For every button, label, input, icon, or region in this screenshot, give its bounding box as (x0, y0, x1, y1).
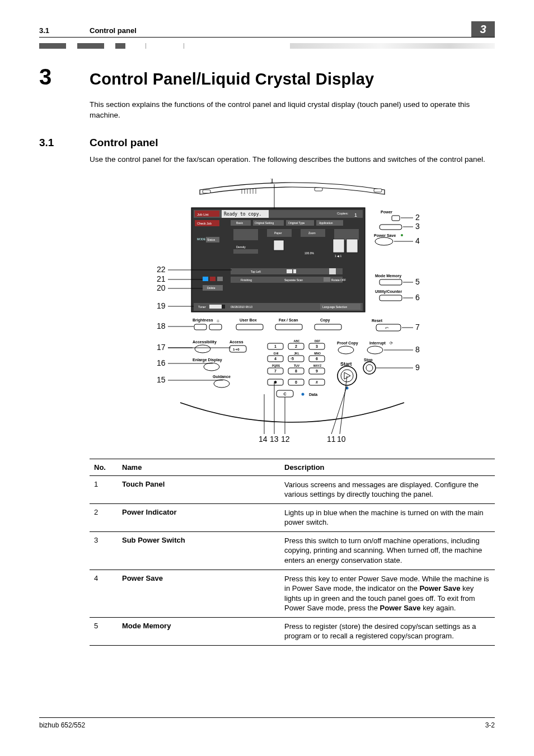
decorative-ruler (39, 43, 495, 49)
svg-rect-48 (203, 277, 208, 281)
svg-text:Application: Application (319, 221, 333, 225)
svg-text:Toner: Toner (198, 305, 206, 309)
svg-text:1: 1 (274, 344, 277, 348)
svg-text:Power Save: Power Save (374, 234, 396, 237)
svg-text:2: 2 (415, 213, 420, 222)
svg-text:Top Left: Top Left (251, 270, 261, 273)
svg-text:Access: Access (229, 340, 243, 344)
svg-text:Utility/Counter: Utility/Counter (375, 290, 402, 294)
svg-text:Zoom: Zoom (308, 231, 316, 235)
svg-text:3: 3 (316, 344, 318, 348)
svg-text:TUV: TUV (294, 364, 300, 367)
svg-text:Copies:: Copies: (337, 212, 349, 215)
svg-text:1: 1 (354, 212, 357, 218)
svg-text:15: 15 (157, 375, 166, 384)
footer-right: 3-2 (485, 721, 495, 729)
page-footer: bizhub 652/552 3-2 (39, 717, 495, 729)
svg-text:Finishing: Finishing (241, 278, 252, 282)
svg-text:Enlarge Display: Enlarge Display (193, 358, 222, 362)
running-header: 3.1 Control panel 3 (39, 19, 495, 38)
th-desc: Description (280, 459, 495, 475)
table-row: 2 Power Indicator Lights up in blue when… (90, 503, 495, 531)
control-panel-diagram: Job List Ready to copy. Copies: 1 Check … (147, 179, 438, 442)
svg-text:10: 10 (337, 435, 346, 442)
svg-text:20: 20 (157, 283, 166, 292)
svg-point-80 (367, 346, 383, 354)
svg-rect-6 (203, 190, 210, 193)
control-panel-table: No. Name Description 1 Touch Panel Vario… (90, 459, 495, 646)
header-section-title: Control panel (90, 26, 471, 35)
svg-text:Basic: Basic (236, 221, 243, 225)
power-save-desc: Press this key to enter Power Save mode.… (280, 570, 495, 617)
svg-text:Copy: Copy (320, 318, 330, 323)
svg-text:Ready to copy.: Ready to copy. (224, 212, 261, 217)
svg-point-83 (366, 365, 373, 371)
svg-text:Check Job: Check Job (197, 222, 212, 225)
svg-text:4: 4 (415, 236, 420, 245)
table-row: 5 Mode Memory Press to register (store) … (90, 617, 495, 645)
table-row: 3 Sub Power Switch Press this switch to … (90, 531, 495, 570)
svg-rect-30 (233, 229, 258, 240)
svg-rect-74 (380, 295, 402, 301)
svg-text:7: 7 (274, 369, 277, 373)
svg-text:#: # (316, 380, 318, 384)
svg-rect-61 (209, 305, 222, 309)
table-row: 4 Power Save Press this key to enter Pow… (90, 570, 495, 617)
chapter-intro: This section explains the functions of t… (90, 100, 495, 121)
chapter-heading: 3 Control Panel/Liquid Crystal Display (39, 64, 495, 90)
svg-text:·5: ·5 (291, 357, 294, 361)
svg-rect-47 (329, 268, 336, 274)
svg-point-69 (401, 234, 403, 236)
section-text: Use the control panel for the fax/scan o… (90, 155, 495, 165)
svg-rect-46 (293, 269, 296, 273)
svg-text:Separate Scan: Separate Scan (284, 278, 303, 282)
svg-text:3: 3 (415, 222, 420, 231)
svg-text:8: 8 (295, 369, 297, 373)
svg-text:GHI: GHI (274, 352, 279, 355)
section-title: Control panel (90, 137, 158, 149)
svg-text:Interrupt: Interrupt (369, 341, 386, 346)
svg-point-70 (375, 237, 393, 245)
svg-text:22: 22 (157, 265, 166, 274)
svg-text:JKL: JKL (294, 352, 299, 355)
svg-text:Proof Copy: Proof Copy (337, 341, 358, 346)
svg-text:Fax / Scan: Fax / Scan (279, 318, 298, 322)
svg-point-85 (338, 346, 354, 354)
svg-text:16: 16 (157, 358, 166, 367)
svg-text:PQRS: PQRS (272, 364, 280, 367)
svg-text:6: 6 (415, 293, 420, 302)
svg-text:1 ◀ 1: 1 ◀ 1 (335, 254, 342, 258)
svg-text:4: 4 (274, 357, 277, 361)
svg-point-105 (214, 380, 229, 388)
svg-text:Mode Memory: Mode Memory (375, 274, 401, 278)
svg-text:100.0%: 100.0% (305, 251, 315, 255)
svg-rect-7 (315, 188, 322, 191)
svg-rect-38 (274, 240, 284, 250)
table-row: 1 Touch Panel Various screens and messag… (90, 475, 495, 503)
svg-rect-50 (217, 277, 223, 281)
svg-rect-41 (346, 239, 358, 253)
svg-text:User Box: User Box (240, 318, 257, 322)
section-number: 3.1 (39, 137, 90, 149)
svg-point-101 (195, 345, 210, 353)
svg-text:Job List: Job List (197, 213, 209, 216)
svg-rect-92 (194, 324, 207, 330)
svg-text:19: 19 (157, 301, 166, 310)
svg-rect-72 (380, 279, 402, 285)
svg-text:5: 5 (415, 277, 420, 286)
section-heading: 3.1 Control panel (39, 137, 495, 149)
svg-text:C: C (283, 392, 286, 396)
svg-text:⤺: ⤺ (385, 325, 389, 330)
svg-text:6: 6 (316, 357, 318, 361)
svg-text:Accessibility: Accessibility (193, 340, 217, 344)
svg-text:Delete: Delete (207, 286, 216, 290)
svg-rect-8 (374, 189, 382, 192)
svg-rect-40 (333, 239, 344, 253)
svg-text:09/28/2010  08:10: 09/28/2010 08:10 (231, 305, 252, 309)
svg-text:1⇢0: 1⇢0 (233, 348, 240, 351)
chapter-number: 3 (39, 64, 90, 90)
svg-text:DEF: DEF (315, 339, 320, 343)
svg-text:Brightness: Brightness (193, 318, 213, 323)
svg-text:8: 8 (415, 345, 420, 354)
svg-text:Rotate OFF: Rotate OFF (331, 278, 346, 282)
